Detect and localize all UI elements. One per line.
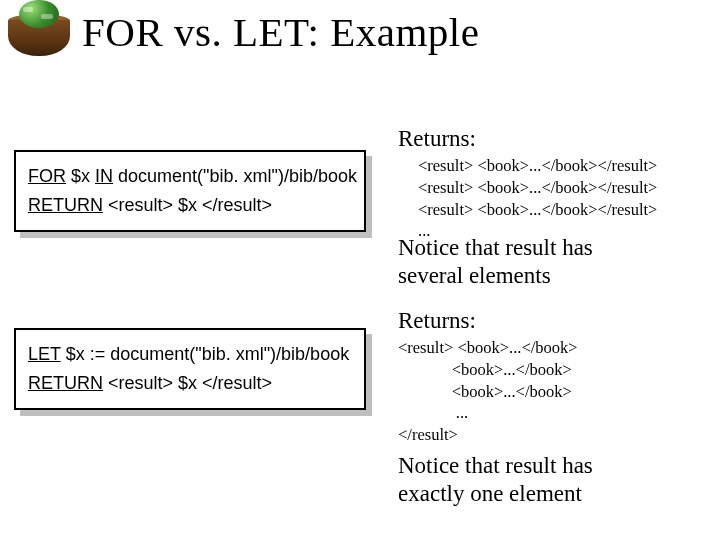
notice-for: Notice that result has several elements	[398, 234, 593, 290]
notice-line: Notice that result has	[398, 234, 593, 262]
notice-let: Notice that result has exactly one eleme…	[398, 452, 593, 508]
var-x: $x	[71, 166, 90, 186]
code-src: document("bib. xml")/bib/book	[110, 344, 349, 364]
kw-return: RETURN	[28, 195, 103, 215]
notice-line: several elements	[398, 262, 593, 290]
code-expr: <result> $x </result>	[108, 373, 272, 393]
code-expr: <result> $x </result>	[108, 195, 272, 215]
code-box-let: LET $x := document("bib. xml")/bib/book …	[14, 328, 366, 410]
code-src: document("bib. xml")/bib/book	[118, 166, 357, 186]
notice-line: Notice that result has	[398, 452, 593, 480]
assign-op: :=	[90, 344, 106, 364]
kw-for: FOR	[28, 166, 66, 186]
kw-let: LET	[28, 344, 61, 364]
output-for: <result> <book>...</book></result> <resu…	[418, 155, 657, 242]
slide-title: FOR vs. LET: Example	[82, 8, 479, 56]
returns-heading-let: Returns:	[398, 308, 476, 334]
kw-in: IN	[95, 166, 113, 186]
code-box-for: FOR $x IN document("bib. xml")/bib/book …	[14, 150, 366, 232]
slide: FOR vs. LET: Example FOR $x IN document(…	[0, 0, 720, 540]
kw-return: RETURN	[28, 373, 103, 393]
logo-globe-icon	[8, 2, 70, 56]
output-let: <result> <book>...</book> <book>...</boo…	[398, 337, 578, 446]
returns-heading-for: Returns:	[398, 126, 476, 152]
notice-line: exactly one element	[398, 480, 593, 508]
var-x: $x	[66, 344, 85, 364]
